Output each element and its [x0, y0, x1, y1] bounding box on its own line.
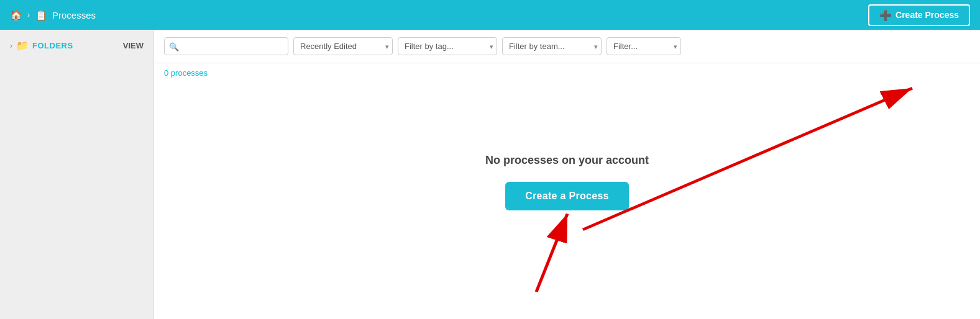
search-input[interactable] [164, 37, 288, 55]
breadcrumb-chevron: › [27, 11, 30, 19]
empty-state-text: No processes on your account [485, 154, 649, 167]
team-select-wrap: Filter by team... ▾ [502, 37, 602, 55]
sidebar-header: › 📁 FOLDERS VIEW [0, 40, 153, 52]
search-icon: 🔍 [169, 42, 179, 51]
processes-icon: 📋 [35, 9, 47, 21]
filters-bar: 🔍 Recently Edited Name (A-Z) Name (Z-A) … [154, 30, 980, 63]
topbar: 🏠 › 📋 Processes ➕ Create Process [0, 0, 980, 30]
empty-state: No processes on your account Create a Pr… [154, 83, 980, 319]
create-process-button-top[interactable]: ➕ Create Process [868, 4, 970, 26]
sort-select[interactable]: Recently Edited Name (A-Z) Name (Z-A) [293, 37, 393, 55]
sidebar: › 📁 FOLDERS VIEW [0, 30, 154, 319]
sidebar-folders[interactable]: › 📁 FOLDERS [10, 40, 73, 52]
content-area: No processes on your account Create a Pr… [154, 83, 980, 319]
tag-select[interactable]: Filter by tag... [398, 37, 497, 55]
page-title: Processes [52, 10, 96, 20]
topbar-left: 🏠 › 📋 Processes [10, 9, 96, 21]
search-wrap: 🔍 [164, 37, 288, 55]
sidebar-chevron-icon: › [10, 42, 12, 50]
home-icon[interactable]: 🏠 [10, 9, 22, 21]
folders-label: FOLDERS [32, 41, 73, 50]
plus-circle-icon: ➕ [879, 9, 892, 21]
create-process-btn-label: Create Process [895, 10, 959, 20]
team-select[interactable]: Filter by team... [502, 37, 602, 55]
folder-icon: 📁 [16, 40, 29, 52]
generic-filter-select[interactable]: Filter... [607, 37, 681, 55]
layout: › 📁 FOLDERS VIEW 🔍 Recently Edited Name … [0, 30, 980, 319]
main-content: 🔍 Recently Edited Name (A-Z) Name (Z-A) … [154, 30, 980, 319]
sort-select-wrap: Recently Edited Name (A-Z) Name (Z-A) ▾ [293, 37, 393, 55]
view-label[interactable]: VIEW [123, 41, 144, 50]
process-count: 0 processes [154, 63, 980, 83]
tag-select-wrap: Filter by tag... ▾ [398, 37, 497, 55]
generic-filter-wrap: Filter... ▾ [607, 37, 681, 55]
create-process-button-center[interactable]: Create a Process [505, 182, 629, 210]
